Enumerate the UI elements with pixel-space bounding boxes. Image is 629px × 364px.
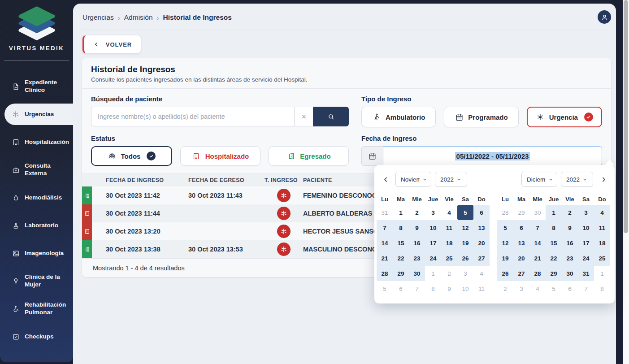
- calendar-day[interactable]: 3: [513, 281, 529, 296]
- calendar-day[interactable]: 25: [594, 251, 610, 266]
- calendar-day[interactable]: 27: [513, 266, 529, 281]
- calendar-day[interactable]: 16: [409, 235, 425, 251]
- calendar-day[interactable]: 2: [497, 281, 513, 296]
- calendar-day[interactable]: 13: [513, 235, 529, 251]
- month-select-right[interactable]: Diciembre: [521, 172, 557, 187]
- calendar-day[interactable]: 30: [562, 266, 578, 281]
- calendar-day[interactable]: 8: [425, 281, 441, 296]
- calendar-day[interactable]: 11: [473, 281, 490, 296]
- calendar-day[interactable]: 9: [441, 281, 457, 296]
- sidebar-item-rehabilitacion-pulmonar[interactable]: Rehabilitación Pulmonar: [0, 298, 73, 320]
- sidebar-item-clinica-de-la-mujer[interactable]: Clinica de la Mujer: [0, 270, 73, 292]
- calendar-day[interactable]: 18: [441, 235, 457, 251]
- ambulatorio-option[interactable]: Ambulatorio: [361, 107, 436, 127]
- calendar-day[interactable]: 17: [578, 235, 594, 251]
- calendar-day[interactable]: 30: [529, 205, 546, 220]
- calendar-day[interactable]: 5: [377, 281, 393, 296]
- sidebar-item-expediente-clinico[interactable]: Expediente Clínico: [0, 76, 73, 97]
- calendar-day[interactable]: 28: [497, 205, 513, 220]
- calendar-day[interactable]: 2: [409, 205, 425, 220]
- breadcrumb-item-admision[interactable]: Admisión: [124, 13, 153, 22]
- calendar-day[interactable]: 12: [457, 220, 473, 235]
- sidebar-item-checkups[interactable]: Checkups: [0, 326, 73, 347]
- calendar-day[interactable]: 11: [594, 220, 610, 235]
- calendar-day[interactable]: 4: [441, 205, 457, 220]
- calendar-day[interactable]: 4: [473, 266, 490, 281]
- programado-option[interactable]: Programado: [444, 107, 518, 127]
- user-avatar[interactable]: [598, 10, 611, 24]
- calendar-day[interactable]: 14: [529, 235, 546, 251]
- calendar-day[interactable]: 6: [562, 281, 578, 296]
- calendar-day[interactable]: 5: [457, 205, 473, 220]
- calendar-day[interactable]: 1: [393, 205, 409, 220]
- calendar-day[interactable]: 10: [425, 220, 441, 235]
- calendar-day[interactable]: 20: [473, 235, 490, 251]
- back-button[interactable]: VOLVER: [82, 35, 141, 53]
- calendar-day[interactable]: 3: [425, 205, 441, 220]
- calendar-day[interactable]: 3: [457, 266, 473, 281]
- egresado-option[interactable]: Egresado: [269, 146, 349, 166]
- calendar-day[interactable]: 24: [425, 251, 441, 266]
- calendar-day[interactable]: 10: [578, 220, 594, 235]
- clear-search-button[interactable]: [294, 107, 313, 126]
- calendar-day[interactable]: 10: [457, 281, 473, 296]
- calendar-day[interactable]: 19: [497, 251, 513, 266]
- calendar-icon-button[interactable]: [361, 146, 383, 166]
- calendar-day[interactable]: 14: [377, 235, 393, 251]
- calendar-day[interactable]: 21: [529, 251, 546, 266]
- year-select-left[interactable]: 2022: [435, 172, 467, 187]
- calendar-day[interactable]: 12: [497, 235, 513, 251]
- date-range-input[interactable]: 05/11/2022 - 05/11/2023: [383, 146, 602, 166]
- calendar-day[interactable]: 3: [578, 205, 594, 220]
- search-button[interactable]: [313, 107, 349, 126]
- hospitalizado-option[interactable]: Hospitalizado: [180, 146, 260, 166]
- sidebar-item-laboratorio[interactable]: Laboratorio: [0, 215, 73, 236]
- urgencia-option[interactable]: Urgencia: [527, 107, 602, 127]
- calendar-day[interactable]: 25: [441, 251, 457, 266]
- calendar-day[interactable]: 16: [562, 235, 578, 251]
- calendar-day[interactable]: 18: [594, 235, 610, 251]
- calendar-day[interactable]: 22: [546, 251, 562, 266]
- calendar-day[interactable]: 7: [578, 281, 594, 296]
- calendar-day[interactable]: 1: [594, 266, 610, 281]
- sidebar-item-imagenologia[interactable]: Imagenología: [0, 243, 73, 264]
- calendar-day[interactable]: 29: [393, 266, 409, 281]
- calendar-next-button[interactable]: [598, 173, 609, 186]
- calendar-day[interactable]: 20: [513, 251, 529, 266]
- calendar-prev-button[interactable]: [380, 173, 391, 186]
- calendar-day[interactable]: 6: [473, 205, 490, 220]
- calendar-day[interactable]: 23: [409, 251, 425, 266]
- calendar-day[interactable]: 8: [546, 220, 562, 235]
- calendar-day[interactable]: 8: [594, 281, 610, 296]
- calendar-day[interactable]: 15: [393, 235, 409, 251]
- calendar-day[interactable]: 26: [457, 251, 473, 266]
- scrollbar-thumb[interactable]: [624, 0, 628, 233]
- calendar-day[interactable]: 2: [441, 266, 457, 281]
- calendar-day[interactable]: 21: [377, 251, 393, 266]
- calendar-day[interactable]: 6: [513, 220, 529, 235]
- calendar-day[interactable]: 9: [409, 220, 425, 235]
- calendar-day[interactable]: 9: [562, 220, 578, 235]
- calendar-day[interactable]: 31: [578, 266, 594, 281]
- calendar-day[interactable]: 29: [546, 266, 562, 281]
- calendar-day[interactable]: 27: [473, 251, 490, 266]
- calendar-day[interactable]: 5: [546, 281, 562, 296]
- calendar-day[interactable]: 7: [377, 220, 393, 235]
- calendar-day[interactable]: 4: [529, 281, 546, 296]
- calendar-day[interactable]: 5: [497, 220, 513, 235]
- breadcrumb-item-urgencias[interactable]: Urgencias: [82, 13, 114, 22]
- search-input[interactable]: [91, 107, 294, 126]
- calendar-day[interactable]: 1: [425, 266, 441, 281]
- calendar-day[interactable]: 29: [513, 205, 529, 220]
- sidebar-item-consulta-externa[interactable]: Consulta Externa: [0, 159, 73, 181]
- sidebar-item-hemodialisis[interactable]: Hemodiálisis: [0, 187, 73, 208]
- vertical-scrollbar[interactable]: [623, 0, 629, 364]
- sidebar-item-hospitalizacion[interactable]: Hospitalización: [0, 131, 73, 153]
- calendar-day[interactable]: 24: [578, 251, 594, 266]
- month-select-left[interactable]: Noviembre: [395, 172, 431, 187]
- calendar-day[interactable]: 30: [409, 266, 425, 281]
- calendar-day[interactable]: 31: [377, 205, 393, 220]
- calendar-day[interactable]: 11: [441, 220, 457, 235]
- todos-option[interactable]: Todos: [91, 146, 172, 166]
- calendar-day[interactable]: 22: [393, 251, 409, 266]
